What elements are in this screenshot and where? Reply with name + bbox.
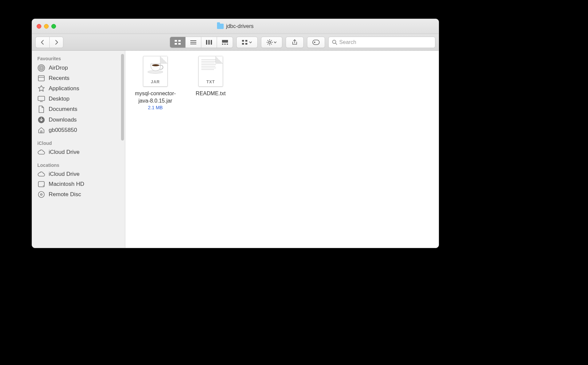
- file-size: 2.1 MB: [148, 105, 163, 110]
- sidebar-item-label: Remote Disc: [49, 191, 81, 198]
- svg-rect-7: [206, 40, 207, 45]
- file-ext-label: TXT: [199, 80, 223, 84]
- svg-line-24: [271, 44, 272, 44]
- disc-icon: [37, 191, 45, 198]
- sidebar-item-recents[interactable]: Recents: [32, 73, 125, 83]
- documents-icon: [37, 106, 45, 113]
- airdrop-icon: [37, 64, 45, 72]
- svg-point-42: [38, 191, 44, 197]
- nav-buttons: [35, 37, 63, 48]
- svg-rect-27: [313, 40, 319, 45]
- sidebar-item-label: Macintosh HD: [49, 181, 84, 187]
- sidebar-item-documents[interactable]: Documents: [32, 104, 125, 115]
- search-input[interactable]: [339, 39, 432, 45]
- svg-point-43: [41, 194, 42, 195]
- gallery-view-button[interactable]: [217, 37, 233, 48]
- svg-rect-14: [242, 40, 244, 42]
- forward-button[interactable]: [49, 37, 63, 48]
- close-button[interactable]: [37, 24, 41, 29]
- svg-point-28: [314, 42, 315, 43]
- sidebar-item-label: Recents: [49, 75, 69, 82]
- svg-rect-39: [41, 131, 42, 133]
- sidebar-item-label: iCloud Drive: [49, 149, 80, 156]
- gear-icon: [267, 39, 273, 45]
- svg-rect-13: [227, 44, 228, 45]
- svg-line-25: [268, 44, 268, 44]
- zoom-button[interactable]: [51, 24, 56, 29]
- scrollbar-thumb[interactable]: [121, 54, 124, 141]
- toolbar: [32, 34, 439, 51]
- action-button[interactable]: [261, 37, 282, 48]
- svg-rect-34: [38, 76, 44, 81]
- recents-icon: [37, 75, 45, 82]
- svg-rect-3: [178, 43, 181, 45]
- finder-window: jdbc-drivers: [32, 19, 439, 248]
- svg-line-30: [335, 43, 337, 45]
- svg-point-31: [40, 67, 42, 69]
- sidebar-item-desktop[interactable]: Desktop: [32, 94, 125, 104]
- sidebar-item-label: AirDrop: [49, 65, 68, 71]
- applications-icon: [37, 85, 45, 92]
- tags-button[interactable]: [307, 37, 325, 48]
- svg-rect-15: [245, 40, 247, 42]
- sidebar-item-icloud-drive[interactable]: iCloud Drive: [32, 147, 125, 157]
- svg-rect-36: [38, 96, 45, 101]
- svg-rect-0: [175, 40, 177, 42]
- downloads-icon: [37, 116, 45, 124]
- svg-line-23: [268, 40, 268, 41]
- column-view-button[interactable]: [201, 37, 217, 48]
- sidebar-item-downloads[interactable]: Downloads: [32, 115, 125, 125]
- sidebar-item-label: gb0055850: [49, 127, 77, 134]
- icon-view-button[interactable]: [170, 37, 186, 48]
- share-button[interactable]: [286, 37, 304, 48]
- file-name: README.txt: [195, 90, 226, 97]
- sidebar: Favourites AirDrop Recents Applications …: [32, 51, 125, 248]
- svg-point-32: [39, 66, 44, 70]
- minimize-button[interactable]: [44, 24, 49, 29]
- home-icon: [37, 127, 45, 134]
- svg-rect-8: [208, 40, 210, 45]
- sidebar-section-favourites: Favourites: [32, 54, 125, 63]
- search-field[interactable]: [328, 37, 435, 48]
- svg-rect-16: [242, 43, 244, 45]
- svg-rect-1: [178, 40, 181, 42]
- file-area[interactable]: JAR mysql-connector-java-8.0.15.jar 2.1 …: [125, 51, 439, 248]
- svg-rect-2: [175, 43, 177, 45]
- sidebar-item-applications[interactable]: Applications: [32, 83, 125, 94]
- sidebar-item-label: Documents: [49, 106, 77, 113]
- svg-rect-4: [190, 40, 196, 41]
- sidebar-item-icloud-drive-loc[interactable]: iCloud Drive: [32, 169, 125, 179]
- file-item[interactable]: JAR mysql-connector-java-8.0.15.jar 2.1 …: [129, 55, 182, 243]
- svg-point-18: [269, 41, 271, 43]
- cloud-icon: [37, 150, 45, 155]
- svg-rect-11: [222, 44, 223, 45]
- disk-icon: [37, 181, 45, 187]
- sidebar-item-macintosh-hd[interactable]: Macintosh HD: [32, 179, 125, 189]
- sidebar-item-label: Applications: [49, 85, 79, 92]
- chevron-down-icon: [274, 41, 277, 43]
- folder-icon: [217, 24, 224, 29]
- sidebar-item-remote-disc[interactable]: Remote Disc: [32, 189, 125, 200]
- svg-rect-10: [222, 40, 228, 43]
- sidebar-item-label: iCloud Drive: [49, 171, 80, 178]
- view-switcher: [170, 37, 233, 48]
- txt-file-icon: TXT: [197, 55, 225, 87]
- cloud-icon: [37, 172, 45, 177]
- svg-rect-9: [211, 40, 212, 45]
- jar-file-icon: JAR: [141, 55, 169, 87]
- back-button[interactable]: [35, 37, 49, 48]
- arrange-button[interactable]: [236, 37, 258, 48]
- sidebar-item-label: Desktop: [49, 96, 69, 102]
- file-ext-label: JAR: [143, 80, 167, 84]
- sidebar-item-label: Downloads: [49, 117, 77, 123]
- sidebar-item-home[interactable]: gb0055850: [32, 125, 125, 135]
- traffic-lights: [32, 24, 56, 29]
- sidebar-item-airdrop[interactable]: AirDrop: [32, 63, 125, 73]
- list-view-button[interactable]: [186, 37, 201, 48]
- svg-point-41: [43, 185, 44, 186]
- desktop-icon: [37, 96, 45, 102]
- svg-rect-6: [190, 44, 196, 44]
- tag-icon: [312, 40, 320, 45]
- svg-line-26: [271, 40, 272, 41]
- file-item[interactable]: TXT README.txt: [184, 55, 237, 243]
